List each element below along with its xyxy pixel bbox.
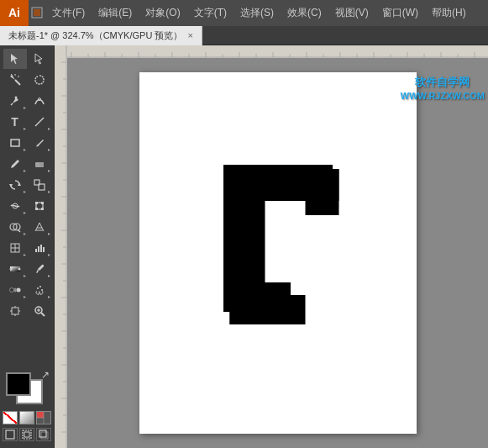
blend-tool-subarrow: ▸ — [24, 293, 26, 299]
menu-item-select[interactable]: 选择(S) — [234, 0, 281, 26]
selection-tool-button[interactable] — [3, 49, 27, 69]
pen-icon — [9, 95, 21, 107]
ai-logo-text: Ai — [8, 6, 20, 19]
menu-item-help[interactable]: 帮助(H) — [425, 0, 473, 26]
tool-row-8: ▸ — [0, 196, 54, 216]
direct-selection-tool-button[interactable] — [28, 49, 51, 69]
tool-row-5: ▸ ▸ — [0, 133, 54, 153]
chart-tool-button[interactable]: ▸ — [28, 238, 51, 258]
tool-row-6: ▸ ▸ — [0, 154, 54, 174]
shape-builder-tool-subarrow: ▸ — [24, 230, 26, 236]
selection-icon — [9, 53, 21, 65]
paintbrush-tool-button[interactable]: ▸ — [28, 133, 51, 153]
menu-item-edit[interactable]: 编辑(E) — [92, 0, 139, 26]
line-tool-subarrow: ▸ — [48, 125, 50, 131]
artboard-tool-button[interactable] — [3, 301, 27, 321]
draw-modes — [3, 428, 51, 441]
svg-line-8 — [18, 76, 19, 77]
svg-rect-63 — [24, 432, 29, 437]
menu-item-effect[interactable]: 效果(C) — [281, 0, 328, 26]
ruler-top-svg — [55, 45, 488, 58]
draw-inside-mode-button[interactable] — [19, 428, 34, 441]
svg-line-55 — [41, 313, 45, 316]
direct-selection-icon — [34, 53, 45, 65]
svg-rect-24 — [35, 208, 38, 210]
menu-item-window[interactable]: 窗口(W) — [375, 0, 425, 26]
svg-marker-3 — [35, 54, 42, 64]
color-area: ↗ — [0, 367, 54, 445]
color-boxes: ↗ — [6, 372, 48, 406]
svg-rect-65 — [39, 430, 46, 437]
document-page — [139, 72, 417, 434]
scale-icon — [34, 179, 45, 191]
scale-tool-button[interactable]: ▸ — [28, 175, 51, 195]
menu-item-view[interactable]: 视图(V) — [328, 0, 375, 26]
type-tool-button[interactable]: T ▸ — [3, 112, 27, 132]
line-tool-button[interactable]: ▸ — [28, 112, 51, 132]
magic-wand-tool-button[interactable] — [3, 70, 27, 90]
svg-rect-49 — [12, 308, 18, 314]
gradient-tool-button[interactable]: ▸ — [3, 259, 27, 279]
tab-label: 未标题-1* @ 324.7%（CMYK/GPU 预览） — [8, 29, 182, 42]
pencil-icon — [9, 158, 21, 170]
svg-line-9 — [11, 103, 13, 105]
draw-behind-mode-button[interactable] — [36, 428, 51, 441]
menu-item-file[interactable]: 文件(F) — [45, 0, 92, 26]
mesh-tool-button[interactable]: ▸ — [3, 238, 27, 258]
warp-icon — [9, 200, 21, 212]
svg-rect-66 — [55, 45, 488, 58]
blend-icon — [9, 284, 21, 296]
tool-row-4: T ▸ ▸ — [0, 112, 54, 132]
eraser-tool-button[interactable]: ▸ — [28, 154, 51, 174]
warp-tool-button[interactable]: ▸ — [3, 196, 27, 216]
rotate-tool-button[interactable]: ▸ — [3, 175, 27, 195]
pen-tool-button[interactable]: ▸ — [3, 91, 27, 111]
menu-item-object[interactable]: 对象(O) — [139, 0, 186, 26]
svg-rect-25 — [41, 208, 44, 210]
gradient-tool-subarrow: ▸ — [24, 272, 26, 278]
svg-rect-23 — [41, 202, 44, 204]
fill-color-box[interactable] — [6, 372, 31, 396]
pattern-swatch[interactable] — [36, 411, 51, 424]
active-tab[interactable]: 未标题-1* @ 324.7%（CMYK/GPU 预览） × — [0, 26, 202, 45]
watermark-line1: 软件自学网 — [401, 76, 485, 90]
svg-point-43 — [9, 288, 13, 293]
menu-item-text[interactable]: 文字(T) — [187, 0, 234, 26]
shape-builder-tool-button[interactable]: ▸ — [3, 217, 27, 237]
symbol-sprayer-tool-button[interactable]: ▸ — [28, 280, 51, 300]
svg-point-46 — [37, 287, 39, 289]
svg-line-12 — [35, 118, 44, 126]
normal-draw-mode-button[interactable] — [3, 428, 18, 441]
scale-tool-subarrow: ▸ — [48, 188, 50, 194]
mesh-icon — [9, 242, 21, 254]
tool-row-9: ▸ ▸ — [0, 217, 54, 237]
pencil-tool-button[interactable]: ▸ — [3, 154, 27, 174]
zoom-tool-button[interactable] — [28, 301, 51, 321]
rectangle-tool-subarrow: ▸ — [24, 146, 26, 152]
tab-close-button[interactable]: × — [187, 30, 192, 40]
rotate-icon — [9, 179, 21, 191]
rotate-tool-subarrow: ▸ — [24, 188, 26, 194]
type-tool-subarrow: ▸ — [24, 125, 26, 131]
curvature-tool-button[interactable] — [28, 91, 51, 111]
eraser-tool-subarrow: ▸ — [48, 167, 50, 173]
perspective-grid-tool-button[interactable]: ▸ — [28, 217, 51, 237]
color-swatch-none[interactable] — [3, 411, 18, 424]
svg-rect-64 — [41, 432, 48, 439]
rectangle-tool-button[interactable]: ▸ — [3, 133, 27, 153]
eyedropper-tool-button[interactable]: ▸ — [28, 259, 51, 279]
perspective-grid-tool-subarrow: ▸ — [48, 230, 50, 236]
lasso-tool-button[interactable] — [28, 70, 51, 90]
svg-rect-37 — [38, 246, 39, 252]
line-icon — [34, 116, 45, 128]
swap-colors-icon[interactable]: ↗ — [41, 369, 50, 381]
ruler-top — [55, 45, 488, 58]
curvature-icon — [34, 95, 45, 107]
gradient-swatch[interactable] — [19, 411, 34, 424]
svg-point-41 — [9, 268, 12, 271]
blend-tool-button[interactable]: ▸ — [3, 280, 27, 300]
svg-rect-13 — [11, 140, 19, 146]
free-transform-tool-button[interactable] — [28, 196, 51, 216]
menu-bar: 文件(F)编辑(E)对象(O)文字(T)选择(S)效果(C)视图(V)窗口(W)… — [45, 0, 488, 26]
svg-point-10 — [14, 97, 17, 99]
